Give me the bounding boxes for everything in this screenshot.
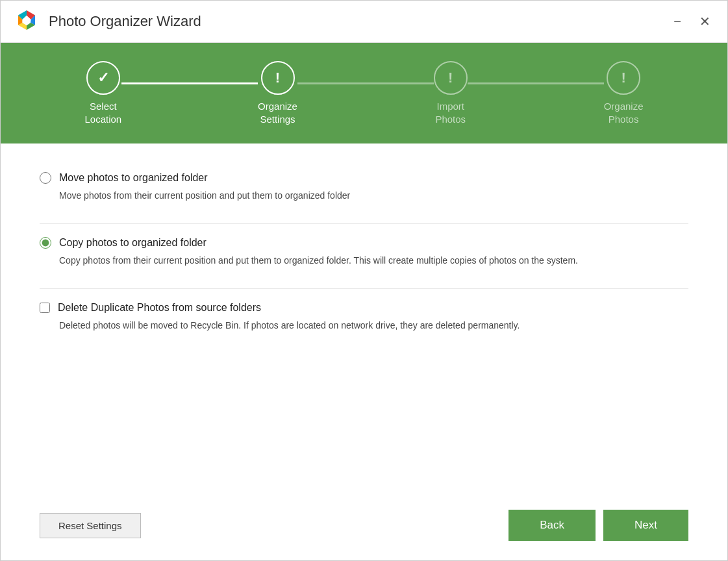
window-controls: − ✕ bbox=[670, 14, 714, 29]
main-content: Move photos to organized folder Move pho… bbox=[1, 143, 727, 498]
delete-option-group: Delete Duplicate Photos from source fold… bbox=[40, 302, 688, 332]
copy-option-desc: Copy photos from their current position … bbox=[59, 254, 688, 268]
copy-option-row: Copy photos to organized folder bbox=[40, 237, 688, 249]
step-line-3 bbox=[468, 82, 604, 84]
footer: Reset Settings Back Next bbox=[1, 498, 727, 560]
minimize-button[interactable]: − bbox=[670, 14, 685, 29]
next-button[interactable]: Next bbox=[603, 510, 688, 541]
step-line-1 bbox=[121, 82, 258, 84]
delete-option-desc: Deleted photos will be moved to Recycle … bbox=[59, 319, 688, 332]
step-select-location: ✓ Select Location bbox=[85, 61, 122, 125]
move-radio[interactable] bbox=[40, 172, 51, 184]
copy-radio[interactable] bbox=[40, 237, 51, 249]
step-label-1: Select Location bbox=[85, 100, 122, 125]
delete-checkbox[interactable] bbox=[40, 303, 50, 313]
step-circle-1: ✓ bbox=[86, 61, 120, 95]
steps-container: ✓ Select Location ! Organize Settings ! … bbox=[85, 61, 644, 125]
move-option-label[interactable]: Move photos to organized folder bbox=[59, 172, 208, 184]
step-label-3: Import Photos bbox=[435, 100, 466, 125]
move-option-group: Move photos to organized folder Move pho… bbox=[40, 172, 688, 203]
title-bar: Photo Organizer Wizard − ✕ bbox=[1, 1, 727, 43]
back-button[interactable]: Back bbox=[508, 510, 596, 541]
step-circle-2: ! bbox=[261, 61, 295, 95]
step-organize-photos: ! Organize Photos bbox=[604, 61, 644, 125]
step-label-2: Organize Settings bbox=[258, 100, 297, 125]
reset-settings-button[interactable]: Reset Settings bbox=[40, 513, 141, 538]
app-logo bbox=[14, 8, 40, 34]
move-option-desc: Move photos from their current position … bbox=[59, 189, 688, 203]
divider-2 bbox=[40, 288, 688, 289]
wizard-banner: ✓ Select Location ! Organize Settings ! … bbox=[1, 43, 727, 143]
move-option-row: Move photos to organized folder bbox=[40, 172, 688, 184]
main-window: Photo Organizer Wizard − ✕ ✓ Select Loca… bbox=[0, 0, 728, 561]
divider-1 bbox=[40, 223, 688, 224]
step-organize-settings: ! Organize Settings bbox=[258, 61, 297, 125]
app-title: Photo Organizer Wizard bbox=[49, 13, 670, 30]
step-import-photos: ! Import Photos bbox=[434, 61, 468, 125]
step-label-4: Organize Photos bbox=[604, 100, 644, 125]
nav-buttons: Back Next bbox=[508, 510, 688, 541]
delete-option-label[interactable]: Delete Duplicate Photos from source fold… bbox=[58, 302, 261, 314]
step-line-2 bbox=[297, 82, 434, 84]
delete-option-row: Delete Duplicate Photos from source fold… bbox=[40, 302, 688, 314]
step-circle-4: ! bbox=[607, 61, 640, 95]
copy-option-group: Copy photos to organized folder Copy pho… bbox=[40, 237, 688, 268]
step-circle-3: ! bbox=[434, 61, 468, 95]
copy-option-label[interactable]: Copy photos to organized folder bbox=[59, 237, 207, 249]
close-button[interactable]: ✕ bbox=[696, 14, 714, 29]
